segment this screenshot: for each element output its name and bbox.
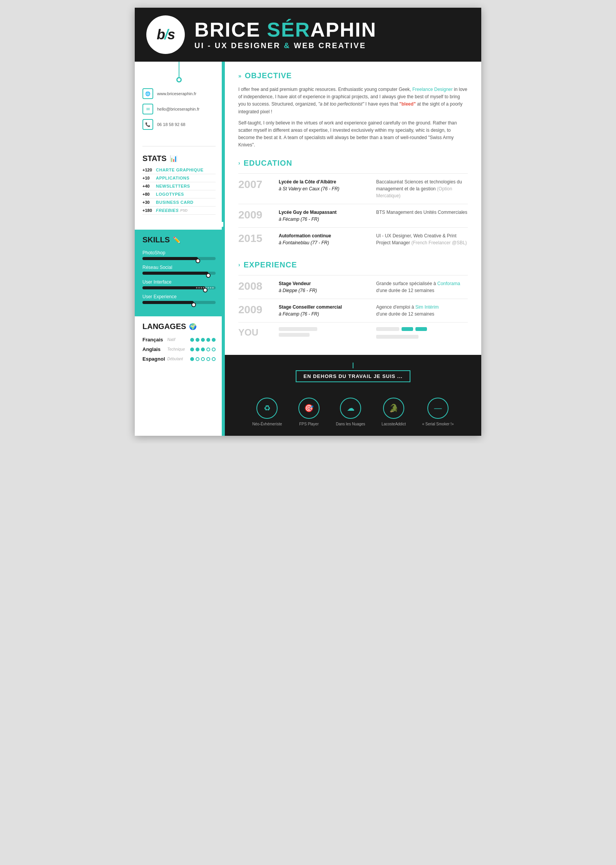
- you-year: YOU: [238, 327, 273, 341]
- stat-number-3: +40: [142, 184, 156, 188]
- stat-psd: .PSD: [179, 208, 187, 212]
- contact-email: hello@briceseraphin.fr: [157, 107, 199, 111]
- exp-year-1: 2008: [238, 280, 273, 294]
- footer-icons-row: ♻ Néo-Évhémeriste 🎯 FPS Player ☁ Dans le…: [236, 398, 470, 426]
- quote1: "a bit too perfectionist": [318, 101, 364, 107]
- stats-section: STATS 📊 +120 CHARTE GRAPHIQUE +10 APPLIC…: [135, 150, 223, 222]
- stat-item-3: +40 NEWSLETTERS: [142, 184, 216, 190]
- lang-dot: [190, 338, 194, 342]
- stat-label-3: NEWSLETTERS: [156, 184, 190, 188]
- skill-marker-1: [196, 259, 200, 263]
- footer-connector: [236, 363, 470, 368]
- lang-name-1: Français: [142, 337, 165, 343]
- you-placeholder-right: [376, 327, 468, 341]
- name-part2: APHIN: [310, 18, 377, 41]
- stat-label-2: APPLICATIONS: [156, 176, 189, 180]
- footer-label-3: Dans les Nuages: [336, 422, 365, 426]
- lang-dot: [201, 338, 205, 342]
- edu-year-3: 2015: [238, 232, 273, 246]
- lang-level-2: Technique: [167, 347, 187, 351]
- contact-email-item: ✉ hello@briceseraphin.fr: [142, 104, 216, 114]
- globe-icon2: 🌍: [189, 323, 197, 330]
- footer-circle-4: 🐊: [383, 398, 404, 419]
- edu-year-1: 2007: [238, 178, 273, 199]
- freelance-link: Freelance Designer: [412, 87, 453, 92]
- footer-label-5: « Serial Smoker !»: [422, 422, 454, 426]
- edu-row-3: 2015 Autoformation continue à Fontainebl…: [238, 227, 468, 251]
- you-row: YOU: [238, 322, 468, 345]
- arrow-icon: »: [238, 73, 242, 79]
- skill-name-1: PhotoShop: [142, 250, 216, 255]
- phone-icon: 📞: [142, 119, 153, 130]
- edu-desc-3: UI - UX Designer, Web Creative & Print P…: [376, 232, 468, 246]
- footer-circle-1: ♻: [256, 398, 278, 419]
- education-section: › EDUCATION 2007 Lycée de la Côte d'Albâ…: [238, 159, 468, 251]
- objective-para1: I offer free and paid premium graphic re…: [238, 86, 468, 116]
- exp-title-2: Stage Conseiller commercial à Fécamp (76…: [279, 304, 370, 317]
- exp-job-2: Stage Conseiller commercial à Fécamp (76…: [279, 304, 370, 317]
- name-line: BRICE SÉRAPHIN: [194, 20, 470, 40]
- footer-circle-2: 🎯: [298, 398, 320, 419]
- sidebar-stripe: [222, 62, 223, 436]
- connector-line: [179, 62, 179, 77]
- lang-anglais: Anglais Technique: [142, 346, 216, 352]
- lang-dot: [212, 338, 216, 342]
- subtitle-line: UI - UX DESIGNER & WEB CREATIVE: [194, 41, 470, 50]
- skills-label: SKILLS: [142, 235, 170, 244]
- name-teal: SÉR: [267, 18, 310, 41]
- footer-circle-3: ☁: [340, 398, 361, 419]
- footer-icon-1: ♻ Néo-Évhémeriste: [252, 398, 282, 426]
- education-label: EDUCATION: [244, 159, 292, 168]
- contact-website-item: 🌐 www.briceseraphin.fr: [142, 88, 216, 99]
- lang-espagnol: Espagnol Débutant: [142, 356, 216, 362]
- stat-number-2: +10: [142, 176, 156, 180]
- stat-number-5: +30: [142, 200, 156, 205]
- lang-level-1: Natif: [167, 338, 187, 342]
- footer-conn-line: [353, 363, 353, 368]
- edu-desc-1: Baccalauréat Sciences et technologies du…: [376, 178, 468, 199]
- skills-title: SKILLS ✏️: [142, 235, 216, 244]
- education-title: › EDUCATION: [238, 159, 468, 168]
- lang-dot: [190, 348, 194, 351]
- lang-dots-3: [190, 357, 216, 361]
- footer-icon-5: — « Serial Smoker !»: [422, 398, 454, 426]
- bleed-text: "bleed": [399, 101, 416, 107]
- lang-name-2: Anglais: [142, 346, 165, 352]
- skill-marker-2: [206, 273, 211, 278]
- skill-fill-4: [142, 301, 194, 304]
- footer-icon-3: ☁ Dans les Nuages: [336, 398, 365, 426]
- exp-row-2: 2009 Stage Conseiller commercial à Fécam…: [238, 299, 468, 322]
- body-layout: 🌐 www.briceseraphin.fr ✉ hello@bricesera…: [135, 62, 481, 436]
- stat-number-1: +120: [142, 168, 156, 172]
- edu-loc-1: à St Valery en Caux (76 - FR): [279, 186, 340, 191]
- contact-phone: 06 18 58 92 68: [157, 122, 185, 127]
- exp-teal-1: Conforama: [437, 281, 460, 286]
- lang-dot: [201, 348, 205, 351]
- lang-dot: [196, 348, 199, 351]
- stat-item-1: +120 CHARTE GRAPHIQUE: [142, 168, 216, 174]
- footer-circle-5: —: [427, 398, 449, 419]
- subtitle-amp: &: [284, 41, 290, 50]
- lang-dot: [206, 357, 210, 361]
- languages-title: LANGAGES 🌍: [142, 322, 216, 331]
- lang-dot: [212, 357, 216, 361]
- edu-sub-3: (French Freelancer @SBL): [411, 240, 467, 245]
- lang-francais: Français Natif: [142, 337, 216, 343]
- lang-dots-1: [190, 338, 216, 342]
- stat-number-4: +80: [142, 192, 156, 197]
- edu-year-2: 2009: [238, 209, 273, 223]
- exp-job-1: Stage Vendeur à Dieppe (76 - FR): [279, 280, 370, 294]
- lang-dot: [196, 357, 199, 361]
- languages-label: LANGAGES: [142, 322, 186, 331]
- footer-icon-2: 🎯 FPS Player: [298, 398, 320, 426]
- sidebar-connector: [135, 62, 223, 82]
- skill-name-2: Réseau Social: [142, 265, 216, 270]
- lang-dot: [206, 348, 210, 351]
- skill-photoshop: PhotoShop: [142, 250, 216, 260]
- experience-section: › EXPERIENCE 2008 Stage Vendeur à Dieppe…: [238, 260, 468, 345]
- edu-desc-2: BTS Management des Unités Commerciales: [376, 209, 468, 223]
- footer-title-box: EN DEHORS DU TRAVAIL JE SUIS ...: [296, 370, 410, 382]
- resume-wrapper: b/s BRICE SÉRAPHIN UI - UX DESIGNER & WE…: [135, 8, 481, 436]
- edu-school-2: Lycée Guy de Maupassant à Fécamp (76 - F…: [279, 209, 370, 223]
- exp-loc-1: à Dieppe (76 - FR): [279, 288, 317, 293]
